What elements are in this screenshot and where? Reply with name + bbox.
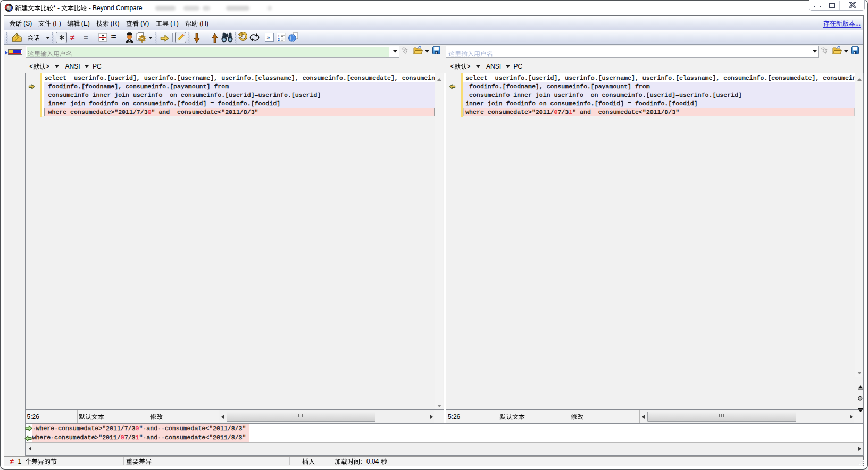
svg-text:2: 2 (278, 38, 280, 41)
svg-text:1: 1 (278, 34, 280, 38)
